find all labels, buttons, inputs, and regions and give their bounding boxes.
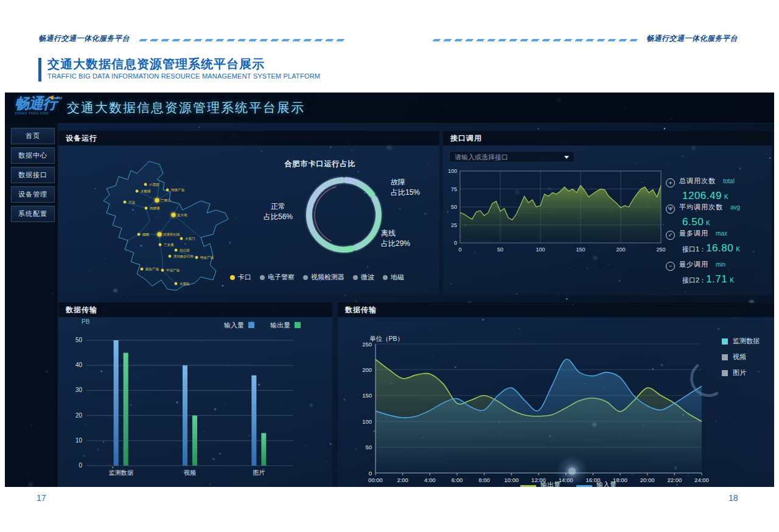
stat-value: 6.50 (682, 216, 704, 228)
svg-text:三孝口: 三孝口 (161, 198, 171, 203)
legend-label: 图片 (733, 368, 746, 377)
dashboard-screenshot: 畅通行TM CHANG TONG XING 交通大数据信息资源管理系统平台展示 … (5, 93, 774, 487)
stat-label: 最多调用 (679, 229, 708, 237)
legend-label: 输入量 (596, 481, 617, 487)
api-calls-area-chart: 0255075100050100150200250 (445, 166, 669, 261)
svg-text:火车站: 火车站 (180, 282, 190, 285)
svg-text:小花园: 小花园 (148, 183, 159, 187)
anhui-map: 小花园天鹅湖明珠广场三孝口万达四牌楼金大地国购滨湖世纪城大东门三里庵包公园淮河路… (101, 155, 250, 292)
map-legend-item-微波[interactable]: 微波 (353, 273, 374, 282)
svg-text:万达: 万达 (128, 200, 136, 204)
header-dash-line-left (139, 39, 344, 41)
line-legend-item-视频[interactable]: 视频 (722, 352, 760, 362)
bar-chart-legend: 输入量输出量 (224, 321, 301, 330)
bar-legend-item-输出量[interactable]: 输出量 (270, 321, 301, 330)
svg-text:四牌楼: 四牌楼 (150, 206, 160, 211)
svg-text:100: 100 (448, 168, 457, 174)
svg-text:0: 0 (369, 470, 372, 477)
svg-text:财富广场: 财富广场 (145, 267, 159, 271)
svg-text:6:00: 6:00 (452, 477, 463, 483)
legend-label: 地磁 (391, 273, 404, 282)
stat-label: 总调用次数 (679, 177, 716, 184)
sidebar-item-数据中心[interactable]: 数据中心 (11, 147, 55, 164)
checkpoint-donut-chart (286, 157, 402, 273)
svg-text:8:00: 8:00 (478, 477, 490, 483)
svg-text:明发广场: 明发广场 (200, 256, 214, 260)
check-circle-icon: ✓ (666, 231, 675, 240)
line-chart-bottom-legend: 输出量输入量 (520, 480, 617, 487)
svg-text:50: 50 (451, 204, 457, 210)
svg-text:50: 50 (497, 247, 503, 253)
map-legend-item-地磁[interactable]: 地磁 (383, 273, 404, 282)
device-type-legend: 卡口电子警察视频检测器微波地磁 (230, 273, 404, 282)
svg-text:天鹅湖: 天鹅湖 (141, 189, 151, 194)
sidebar-item-数据接口[interactable]: 数据接口 (11, 167, 55, 183)
svg-text:40: 40 (75, 362, 83, 368)
map-legend-item-视频检测器[interactable]: 视频检测器 (303, 273, 344, 282)
legend-dot-icon (260, 275, 265, 280)
svg-text:25: 25 (451, 222, 457, 228)
plus-circle-icon: ＋ (666, 178, 675, 187)
line-chart-legend: 监测数据视频图片 (722, 337, 760, 384)
line-legend-item-图片[interactable]: 图片 (722, 368, 760, 377)
svg-text:10: 10 (75, 437, 83, 444)
legend-label: 视频检测器 (311, 273, 344, 282)
panel-title-device-run: 设备运行 (58, 131, 439, 145)
svg-text:50: 50 (75, 337, 83, 343)
panel-data-transfer-bar: 数据传输 PB 输入量输出量 01020304050监测数据视频图片 (58, 303, 332, 487)
panel-data-transfer-line: 数据传输 单位（PB） 监测数据视频图片 05010015020025000:0… (338, 303, 774, 487)
svg-text:明珠广场: 明珠广场 (171, 188, 184, 192)
svg-text:20: 20 (75, 412, 83, 419)
dashboard-title: 交通大数据信息资源管理系统平台展示 (67, 93, 305, 123)
stat-tag: avg (730, 204, 740, 211)
svg-text:100: 100 (362, 418, 372, 425)
svg-text:250: 250 (362, 341, 372, 348)
legend-line-icon (520, 485, 536, 487)
minus-circle-icon: − (666, 262, 675, 271)
document-page: 畅通行交通一体化服务平台 畅通行交通一体化服务平台 交通大数据信息资源管理系统平… (0, 0, 779, 532)
header-dash-line-right (433, 39, 638, 41)
svg-text:0: 0 (458, 247, 461, 253)
svg-text:75: 75 (451, 186, 457, 192)
svg-text:4:00: 4:00 (424, 477, 436, 483)
sidebar-item-设备管理[interactable]: 设备管理 (11, 186, 55, 203)
stat-value: 16.80 (706, 242, 733, 254)
map-legend-item-电子警察[interactable]: 电子警察 (260, 273, 295, 282)
api-stat-avg: Ψ平均调用次数avg6.50K (666, 201, 740, 228)
svg-text:监测数据: 监测数据 (109, 469, 134, 476)
map-legend-item-卡口[interactable]: 卡口 (230, 273, 251, 282)
api-stat-max: ✓最多调用max接口1：16.80K (666, 227, 740, 254)
svg-text:200: 200 (362, 366, 372, 373)
svg-text:包公园: 包公园 (180, 248, 190, 253)
sidebar-item-系统配置[interactable]: 系统配置 (11, 206, 55, 222)
svg-text:00:00: 00:00 (368, 477, 383, 483)
svg-text:10:00: 10:00 (504, 477, 519, 483)
legend-label: 微波 (361, 273, 374, 282)
header-brand-right: 畅通行交通一体化服务平台 (646, 33, 738, 44)
legend-label: 输出量 (540, 481, 561, 487)
stat-value: 1.71 (706, 273, 727, 285)
svg-text:国购: 国购 (142, 233, 149, 237)
panel-title-transfer-line: 数据传输 (338, 303, 774, 317)
legend-label: 输出量 (270, 321, 290, 329)
svg-text:100: 100 (536, 247, 545, 253)
sidebar-item-首页[interactable]: 首页 (11, 128, 55, 144)
legend-label: 输入量 (224, 321, 244, 329)
panel-title-transfer-bar: 数据传输 (58, 303, 332, 317)
svg-text:三里庵: 三里庵 (164, 243, 174, 247)
stat-label: 最少调用 (679, 261, 708, 268)
bar-chart-unit-label: PB (82, 318, 89, 325)
legend-square-icon (295, 322, 301, 328)
api-stat-total: ＋总调用次数total1206.49K (666, 175, 735, 202)
legend-label: 电子警察 (268, 273, 295, 282)
line-legend-item-监测数据[interactable]: 监测数据 (722, 337, 760, 346)
bottom-legend-item-输出量[interactable]: 输出量 (520, 480, 561, 487)
svg-text:30: 30 (75, 387, 83, 393)
stat-unit: K (724, 194, 728, 200)
data-transfer-line-chart: 05010015020025000:002:004:006:008:0010:0… (362, 338, 727, 484)
legend-dot-icon (303, 275, 308, 280)
dashboard-topbar: 畅通行TM CHANG TONG XING 交通大数据信息资源管理系统平台展示 (5, 93, 774, 124)
api-select-input[interactable]: 请输入或选择接口 (449, 151, 575, 163)
bottom-legend-item-输入量[interactable]: 输入量 (576, 480, 617, 487)
bar-legend-item-输入量[interactable]: 输入量 (224, 321, 254, 330)
